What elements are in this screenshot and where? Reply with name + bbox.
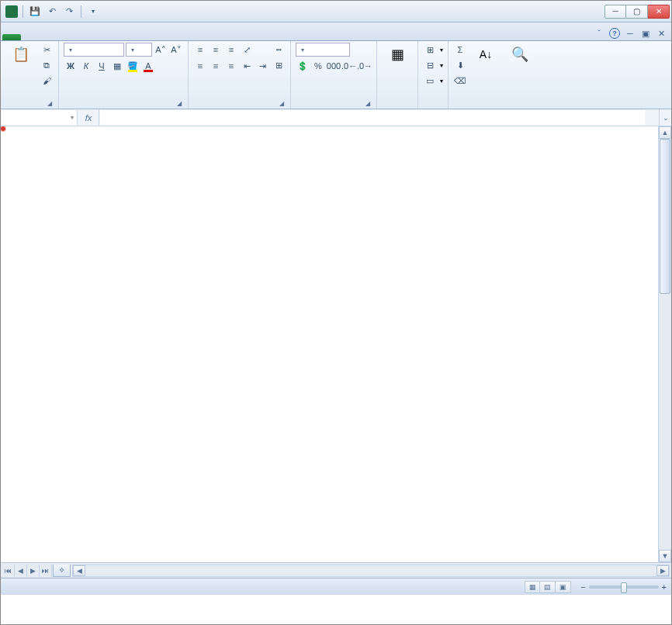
qat-customize-icon[interactable]: ▾	[86, 5, 100, 19]
scroll-right-icon[interactable]: ▶	[656, 565, 669, 576]
align-middle-icon[interactable]: ≡	[209, 43, 223, 57]
doc-minimize-icon[interactable]: ─	[625, 28, 636, 39]
zoom-in-button[interactable]: +	[662, 582, 667, 592]
clear-icon[interactable]: ⌫	[453, 74, 467, 88]
styles-button[interactable]: ▦	[382, 43, 413, 67]
cut-icon[interactable]: ✂	[40, 43, 54, 57]
window-controls: ─ ▢ ✕	[604, 5, 670, 19]
tab-nav-next-icon[interactable]: ▶	[27, 565, 40, 577]
vertical-scrollbar[interactable]: ▲ ▼	[658, 126, 671, 562]
copy-icon[interactable]: ⧉	[40, 58, 54, 72]
align-bottom-icon[interactable]: ≡	[224, 43, 238, 57]
formula-input[interactable]	[100, 110, 645, 125]
increase-indent-icon[interactable]: ⇥	[255, 59, 269, 73]
view-page-layout-icon[interactable]: ▤	[540, 581, 556, 593]
dialog-launcher-icon[interactable]: ◢	[46, 100, 54, 108]
fx-button[interactable]: fx	[81, 111, 95, 125]
group-label: ◢	[64, 107, 183, 108]
comma-icon[interactable]: 000	[327, 59, 341, 73]
align-center-icon[interactable]: ≡	[209, 59, 223, 73]
dialog-launcher-icon[interactable]: ◢	[175, 100, 183, 108]
tab-nav-prev-icon[interactable]: ◀	[15, 565, 27, 577]
border-icon[interactable]: ▦	[110, 59, 124, 73]
tab-nav-last-icon[interactable]: ⏭	[40, 565, 52, 577]
insert-cells-button[interactable]: ⊞▾	[423, 43, 443, 57]
maximize-button[interactable]: ▢	[626, 5, 648, 19]
group-clipboard: 📋 ✂ ⧉ 🖌 ◢	[1, 41, 59, 109]
align-right-icon[interactable]: ≡	[224, 59, 238, 73]
wrap-text-button[interactable]: ┅	[272, 43, 286, 57]
zoom-out-button[interactable]: −	[580, 582, 585, 592]
number-format-combo[interactable]: ▾	[296, 43, 350, 57]
scroll-up-icon[interactable]: ▲	[659, 126, 671, 139]
worksheet-area: ▲ ▼ ⏮ ◀ ▶ ⏭ ✧ ◀ ▶	[1, 126, 671, 578]
titlebar: 💾 ↶ ↷ ▾ ─ ▢ ✕	[1, 1, 671, 22]
autosum-icon[interactable]: Σ	[453, 43, 467, 57]
group-styles: ▦	[377, 41, 418, 109]
find-select-button[interactable]: 🔍	[504, 43, 535, 67]
excel-icon	[5, 5, 18, 18]
ribbon-help-controls: ˇ ? ─ ▣ ✕	[594, 28, 671, 40]
file-tab[interactable]	[2, 34, 21, 40]
help-icon[interactable]: ?	[609, 28, 620, 39]
scroll-left-icon[interactable]: ◀	[73, 565, 85, 576]
doc-restore-icon[interactable]: ▣	[640, 28, 651, 39]
group-label	[453, 107, 535, 108]
format-icon: ▭	[423, 74, 437, 88]
undo-icon[interactable]: ↶	[45, 5, 59, 19]
percent-icon[interactable]: %	[311, 59, 325, 73]
grid[interactable]: ▲ ▼	[1, 126, 671, 562]
name-box[interactable]: ▾	[2, 110, 78, 125]
scroll-down-icon[interactable]: ▼	[659, 550, 671, 562]
fill-color-icon[interactable]: 🪣	[126, 59, 140, 73]
find-icon: 🔍	[510, 44, 530, 64]
orientation-icon[interactable]: ⤢	[240, 43, 254, 57]
minimize-button[interactable]: ─	[604, 5, 626, 19]
accounting-icon[interactable]: 💲	[296, 59, 310, 73]
increase-decimal-icon[interactable]: .0←	[342, 59, 356, 73]
doc-close-icon[interactable]: ✕	[656, 28, 667, 39]
align-top-icon[interactable]: ≡	[193, 43, 207, 57]
decrease-font-icon[interactable]: A˅	[169, 43, 183, 57]
decrease-decimal-icon[interactable]: .0→	[358, 59, 372, 73]
decrease-indent-icon[interactable]: ⇤	[240, 59, 254, 73]
format-painter-icon[interactable]: 🖌	[40, 74, 54, 88]
insert-icon: ⊞	[423, 43, 437, 57]
increase-font-icon[interactable]: A˄	[154, 43, 168, 57]
view-page-break-icon[interactable]: ▣	[556, 581, 571, 593]
quick-access-toolbar: 💾 ↶ ↷ ▾	[1, 5, 105, 19]
merge-button[interactable]: ⊞	[272, 58, 286, 72]
delete-cells-button[interactable]: ⊟▾	[423, 58, 443, 72]
group-font: ▾ ▾ A˄ A˅ Ж К Ч ▦ 🪣 A ◢	[59, 41, 189, 109]
group-label	[382, 107, 413, 108]
save-icon[interactable]: 💾	[28, 5, 42, 19]
underline-icon[interactable]: Ч	[95, 59, 109, 73]
redo-icon[interactable]: ↷	[62, 5, 76, 19]
dialog-launcher-icon[interactable]: ◢	[364, 100, 372, 108]
fill-icon[interactable]: ⬇	[453, 58, 467, 72]
new-sheet-button[interactable]: ✧	[53, 565, 71, 577]
close-button[interactable]: ✕	[648, 5, 670, 19]
expand-formula-icon[interactable]: ⌄	[659, 109, 671, 126]
sheet-tabs-bar: ⏮ ◀ ▶ ⏭ ✧ ◀ ▶	[1, 562, 671, 578]
paste-icon: 📋	[11, 44, 31, 64]
italic-icon[interactable]: К	[79, 59, 93, 73]
horizontal-scrollbar[interactable]: ◀ ▶	[72, 565, 670, 577]
scroll-thumb[interactable]	[660, 139, 670, 294]
font-color-icon[interactable]: A	[141, 59, 155, 73]
ribbon-tabs: ˇ ? ─ ▣ ✕	[1, 22, 671, 41]
zoom-control: − +	[577, 582, 667, 592]
selection-highlight	[1, 126, 5, 131]
zoom-slider[interactable]	[589, 585, 659, 589]
format-cells-button[interactable]: ▭▾	[423, 74, 443, 88]
view-normal-icon[interactable]: ▦	[525, 581, 540, 593]
font-name-combo[interactable]: ▾	[64, 43, 124, 57]
align-left-icon[interactable]: ≡	[193, 59, 207, 73]
minimize-ribbon-icon[interactable]: ˇ	[594, 28, 604, 39]
bold-icon[interactable]: Ж	[64, 59, 78, 73]
font-size-combo[interactable]: ▾	[126, 43, 152, 57]
tab-nav-first-icon[interactable]: ⏮	[2, 565, 15, 577]
sort-filter-button[interactable]: A↓	[470, 43, 501, 67]
paste-button[interactable]: 📋	[5, 43, 36, 67]
dialog-launcher-icon[interactable]: ◢	[278, 100, 286, 108]
